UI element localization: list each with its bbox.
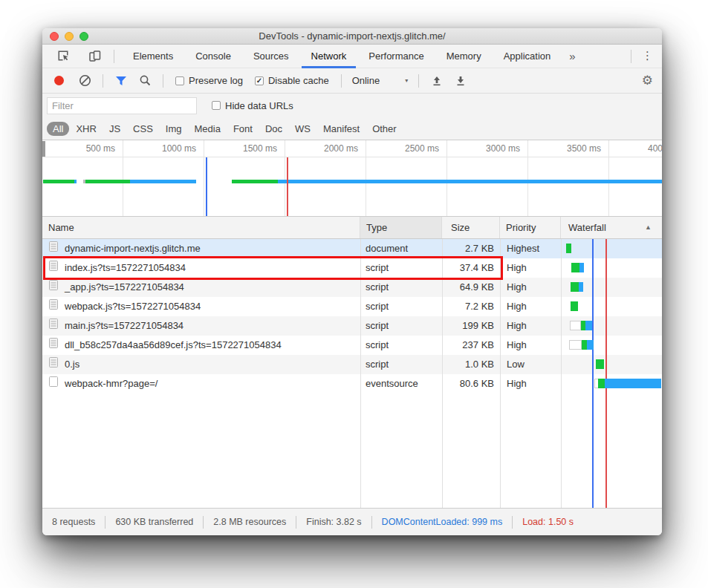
title-bar: DevTools - dynamic-import-nextjs.glitch.… <box>42 28 662 45</box>
table-row[interactable]: 0.jsscript1.0 KBLow <box>42 355 662 374</box>
type-filter-font[interactable]: Font <box>227 122 259 136</box>
overview-tick-label: 3000 ms <box>446 140 524 157</box>
type-filter-xhr[interactable]: XHR <box>70 122 102 136</box>
request-type-cell: script <box>360 355 442 374</box>
throttling-value: Online <box>352 75 380 86</box>
status-item[interactable]: DOMContentLoaded: 999 ms <box>382 517 503 527</box>
request-name-cell[interactable]: _app.js?ts=1572271054834 <box>42 278 360 297</box>
column-header-waterfall[interactable]: Waterfall ▲ <box>561 217 662 238</box>
throttling-dropdown[interactable]: Online ▾ <box>352 75 409 86</box>
table-row[interactable]: dll_b58c257da4aa56d89cef.js?ts=157227105… <box>42 336 662 355</box>
more-tabs-button[interactable]: » <box>562 50 582 62</box>
filter-icon[interactable] <box>112 72 130 90</box>
network-settings-gear-icon[interactable]: ⚙ <box>642 73 653 88</box>
record-network-log-button[interactable] <box>54 76 64 85</box>
waterfall-wait-bar <box>569 340 582 350</box>
disable-cache-checkbox[interactable]: ✓ Disable cache <box>255 75 329 86</box>
type-filter-media[interactable]: Media <box>188 122 226 136</box>
table-row[interactable]: _app.js?ts=1572271054834script64.9 KBHig… <box>42 278 662 297</box>
request-priority-cell: Low <box>500 355 561 374</box>
request-name-cell[interactable]: dll_b58c257da4aa56d89cef.js?ts=157227105… <box>42 336 360 355</box>
request-waterfall-cell[interactable] <box>561 258 662 278</box>
devtools-menu-button[interactable]: ⋮ <box>622 49 662 63</box>
divider <box>105 516 105 529</box>
waterfall-blue-bar <box>605 379 661 388</box>
divider <box>203 516 204 529</box>
type-filter-doc[interactable]: Doc <box>259 122 288 136</box>
tab-console[interactable]: Console <box>184 45 242 68</box>
request-name-cell[interactable]: webpack.js?ts=1572271054834 <box>42 297 360 316</box>
type-filter-ws[interactable]: WS <box>289 122 316 136</box>
preserve-log-checkbox[interactable]: Preserve log <box>175 75 243 86</box>
export-har-icon[interactable] <box>452 72 470 90</box>
status-item[interactable]: Load: 1.50 s <box>522 517 574 527</box>
request-waterfall-cell[interactable] <box>561 297 662 316</box>
disable-cache-checkbox-box[interactable]: ✓ <box>255 76 264 85</box>
request-waterfall-cell[interactable] <box>561 316 662 336</box>
tab-performance[interactable]: Performance <box>357 45 435 68</box>
request-size-cell: 237 KB <box>442 336 500 355</box>
request-name: 0.js <box>65 355 79 374</box>
request-name-cell[interactable]: webpack-hmr?page=/ <box>42 374 360 393</box>
request-waterfall-cell[interactable] <box>561 374 662 393</box>
tab-sources[interactable]: Sources <box>242 45 300 68</box>
filter-input[interactable] <box>47 97 197 114</box>
tab-elements[interactable]: Elements <box>122 45 184 68</box>
inspect-element-icon[interactable] <box>54 48 72 65</box>
type-filter-other[interactable]: Other <box>366 122 403 136</box>
request-size-cell: 80.6 KB <box>442 374 500 393</box>
tab-application[interactable]: Application <box>493 45 562 68</box>
tab-memory[interactable]: Memory <box>435 45 493 68</box>
request-priority-cell: Highest <box>500 239 561 258</box>
preserve-log-checkbox-box[interactable] <box>175 76 184 85</box>
request-type-cell: script <box>360 336 442 355</box>
close-window-button[interactable] <box>50 32 59 41</box>
table-row[interactable]: main.js?ts=1572271054834script199 KBHigh <box>42 316 662 336</box>
window-title: DevTools - dynamic-import-nextjs.glitch.… <box>42 30 662 42</box>
table-row[interactable]: webpack.js?ts=1572271054834script7.2 KBH… <box>42 297 662 316</box>
request-waterfall-cell[interactable] <box>561 239 662 258</box>
type-filter-css[interactable]: CSS <box>127 122 159 136</box>
waterfall-blue-bar <box>587 340 594 350</box>
search-icon[interactable] <box>136 72 154 90</box>
divider <box>341 74 342 88</box>
overview-traffic-bar <box>232 180 278 183</box>
zoom-window-button[interactable] <box>79 32 88 41</box>
request-waterfall-cell[interactable] <box>561 278 662 297</box>
request-size-cell: 199 KB <box>442 316 500 336</box>
clear-network-log-icon[interactable] <box>76 72 94 90</box>
overview-tick-label: 500 ms <box>42 140 119 157</box>
type-filter-all[interactable]: All <box>47 122 69 136</box>
type-filter-img[interactable]: Img <box>160 122 188 136</box>
type-filter-js[interactable]: JS <box>103 122 126 136</box>
request-name-cell[interactable]: 0.js <box>42 355 360 374</box>
highlight-annotation-box <box>43 256 503 280</box>
device-toolbar-icon[interactable] <box>85 48 103 65</box>
column-header-priority[interactable]: Priority <box>500 217 561 238</box>
divider <box>296 516 296 529</box>
overview-gridline <box>204 157 204 216</box>
table-row[interactable]: webpack-hmr?page=/eventsource80.6 KBHigh <box>42 374 662 393</box>
network-overview[interactable]: 500 ms1000 ms1500 ms2000 ms2500 ms3000 m… <box>42 140 662 217</box>
column-header-name[interactable]: Name <box>42 217 360 238</box>
request-waterfall-cell[interactable] <box>561 336 662 355</box>
request-name-cell[interactable]: main.js?ts=1572271054834 <box>42 316 360 336</box>
hide-data-urls-checkbox-box[interactable] <box>212 101 221 110</box>
request-type-cell: script <box>360 316 442 336</box>
column-header-type[interactable]: Type <box>360 217 442 238</box>
request-name: dll_b58c257da4aa56d89cef.js?ts=157227105… <box>65 336 282 355</box>
status-item: 8 requests <box>52 517 95 527</box>
request-waterfall-cell[interactable] <box>561 355 662 374</box>
type-filter-manifest[interactable]: Manifest <box>317 122 366 136</box>
request-priority-cell: High <box>500 297 561 316</box>
overview-traffic-bar <box>85 180 130 183</box>
column-header-size[interactable]: Size <box>442 217 500 238</box>
minimize-window-button[interactable] <box>65 32 74 41</box>
waterfall-green-bar <box>571 301 578 311</box>
hide-data-urls-label: Hide data URLs <box>225 100 293 111</box>
import-har-icon[interactable] <box>428 72 446 90</box>
request-name: main.js?ts=1572271054834 <box>65 316 184 336</box>
hide-data-urls-checkbox[interactable]: Hide data URLs <box>212 100 293 111</box>
tab-network[interactable]: Network <box>300 45 358 68</box>
request-priority-cell: High <box>500 278 561 297</box>
